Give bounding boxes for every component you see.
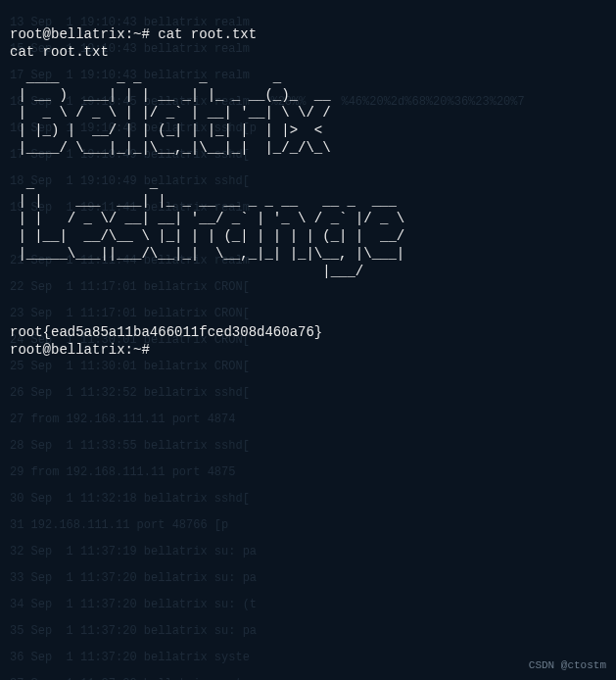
prompt-symbol: # <box>141 26 149 42</box>
flag-text: root{ead5a85a11ba466011fced308d460a76} <box>10 324 322 340</box>
prompt-host: bellatrix <box>51 26 125 42</box>
command-echo: cat root.txt <box>10 44 109 60</box>
prompt-user: root <box>10 26 43 42</box>
ascii-art-banner: ____ _ _ _ _ | __ ) ___| | | __ _| |_ _ … <box>10 69 606 280</box>
watermark-text: CSDN @ctostm <box>529 658 606 672</box>
final-prompt[interactable]: root@bellatrix:~# <box>10 342 158 358</box>
prompt-line: root@bellatrix:~# cat root.txt <box>10 26 257 42</box>
terminal-output[interactable]: root@bellatrix:~# cat root.txt cat root.… <box>0 0 616 366</box>
command-text: cat root.txt <box>158 26 257 42</box>
